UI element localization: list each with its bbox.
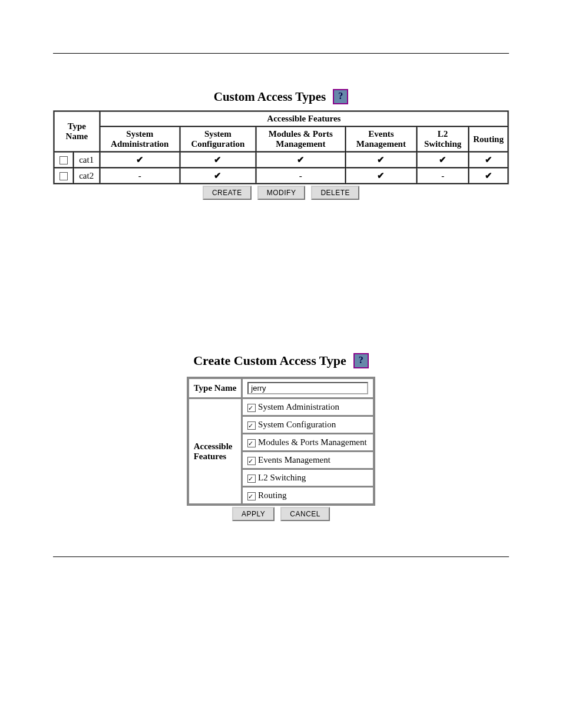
feature-cell: ✔ bbox=[256, 152, 345, 167]
help-icon[interactable] bbox=[353, 353, 369, 368]
row-checkbox[interactable] bbox=[59, 156, 68, 164]
feature-cell: - bbox=[417, 168, 468, 183]
type-name-cell: cat2 bbox=[74, 168, 100, 183]
feature-cell: ✔ bbox=[469, 168, 508, 183]
col-system-administration: System Administration bbox=[100, 127, 180, 151]
feature-cell: ✔ bbox=[100, 152, 180, 167]
feature-label: L2 Switching bbox=[258, 473, 306, 482]
feature-cell: ✔ bbox=[346, 152, 416, 167]
col-modules-ports: Modules & Ports Management bbox=[256, 127, 345, 151]
type-name-cell: cat1 bbox=[74, 152, 100, 167]
row-checkbox[interactable] bbox=[59, 172, 68, 180]
section-title: Custom Access Types bbox=[214, 90, 326, 104]
feature-label: System Administration bbox=[258, 402, 339, 411]
feature-cell: ✔ bbox=[346, 168, 416, 183]
create-access-type-table: Type Name AccessibleFeatures System Admi… bbox=[187, 377, 376, 506]
feature-label: Modules & Ports Management bbox=[258, 437, 367, 447]
feature-checkbox[interactable] bbox=[247, 475, 256, 483]
table-row: cat2 - ✔ - ✔ - ✔ bbox=[54, 168, 508, 183]
create-custom-access-heading: Create Custom Access Type bbox=[175, 353, 387, 368]
type-name-label: Type Name bbox=[189, 378, 242, 398]
col-accessible-features: Accessible Features bbox=[100, 111, 508, 126]
feature-label: System Configuration bbox=[258, 420, 336, 429]
cancel-button[interactable]: CANCEL bbox=[280, 507, 330, 521]
feature-cell: - bbox=[256, 168, 345, 183]
type-name-input[interactable] bbox=[247, 382, 368, 394]
table-row: cat1 ✔ ✔ ✔ ✔ ✔ ✔ bbox=[54, 152, 508, 167]
col-type-name: Type Name bbox=[54, 111, 100, 151]
feature-cell: ✔ bbox=[180, 152, 256, 167]
section-title: Create Custom Access Type bbox=[193, 353, 346, 368]
feature-cell: - bbox=[100, 168, 180, 183]
apply-button[interactable]: APPLY bbox=[232, 507, 275, 521]
feature-checkbox[interactable] bbox=[247, 457, 256, 465]
feature-checkbox[interactable] bbox=[247, 421, 256, 430]
feature-checkbox[interactable] bbox=[247, 404, 256, 412]
feature-checkbox[interactable] bbox=[247, 492, 256, 500]
col-routing: Routing bbox=[469, 127, 508, 151]
custom-access-types-heading: Custom Access Types bbox=[53, 89, 509, 104]
col-events-management: Events Management bbox=[346, 127, 416, 151]
feature-label: Routing bbox=[258, 490, 286, 500]
delete-button[interactable]: DELETE bbox=[311, 186, 359, 200]
feature-cell: ✔ bbox=[180, 168, 256, 183]
feature-cell: ✔ bbox=[417, 152, 468, 167]
feature-checkbox[interactable] bbox=[247, 439, 256, 447]
feature-label: Events Management bbox=[258, 455, 330, 465]
feature-cell: ✔ bbox=[469, 152, 508, 167]
modify-button[interactable]: MODIFY bbox=[257, 186, 306, 200]
create-button[interactable]: CREATE bbox=[203, 186, 252, 200]
help-icon[interactable] bbox=[333, 89, 348, 104]
access-types-table: Type Name Accessible Features System Adm… bbox=[53, 110, 509, 185]
col-system-configuration: System Configuration bbox=[180, 127, 256, 151]
accessible-features-label: AccessibleFeatures bbox=[189, 398, 242, 504]
col-l2-switching: L2 Switching bbox=[417, 127, 468, 151]
